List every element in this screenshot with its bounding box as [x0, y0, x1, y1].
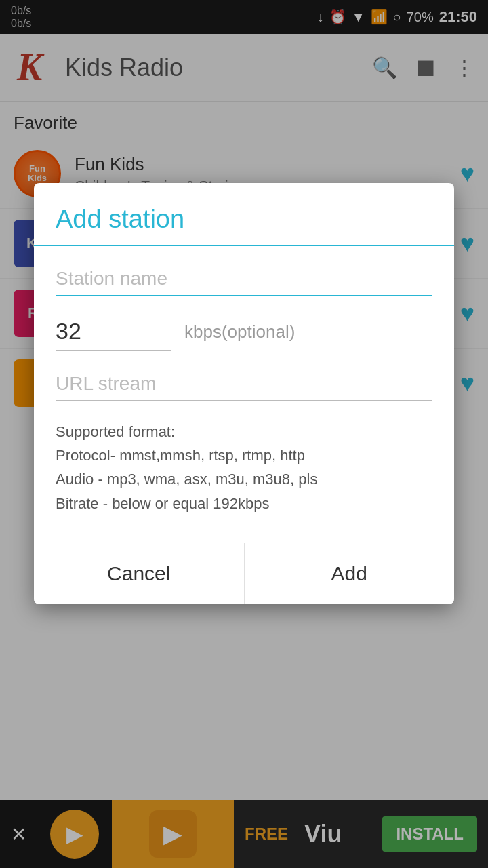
dialog-body: kbps(optional) Supported format: Protoco…: [34, 246, 454, 532]
add-station-dialog: Add station kbps(optional) Supported for…: [34, 183, 454, 604]
bitrate-label: kbps(optional): [184, 321, 295, 342]
bitrate-row: kbps(optional): [56, 313, 432, 351]
dialog-buttons: Cancel Add: [34, 542, 454, 604]
cancel-button[interactable]: Cancel: [34, 543, 245, 604]
dialog-title-area: Add station: [34, 183, 454, 246]
station-name-input[interactable]: [56, 262, 432, 296]
add-button[interactable]: Add: [245, 543, 455, 604]
dialog-title: Add station: [56, 205, 432, 234]
url-stream-input[interactable]: [56, 368, 432, 401]
supported-format-text: Supported format: Protocol- mmst,mmsh, r…: [56, 420, 432, 515]
bitrate-input[interactable]: [56, 313, 171, 351]
